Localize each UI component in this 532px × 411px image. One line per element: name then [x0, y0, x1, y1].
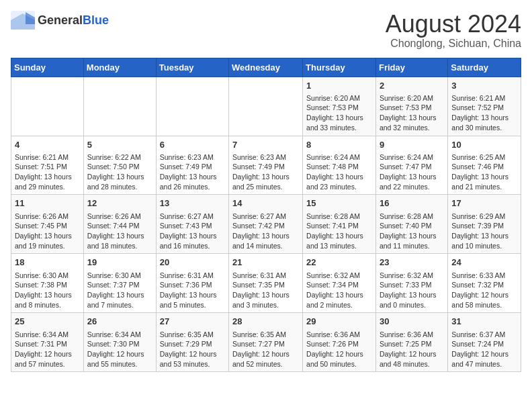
calendar-cell: 18Sunrise: 6:30 AMSunset: 7:38 PMDayligh…: [11, 254, 84, 313]
day-number: 10: [451, 139, 517, 151]
calendar-cell: 2Sunrise: 6:20 AMSunset: 7:53 PMDaylight…: [375, 77, 447, 136]
calendar-cell: 11Sunrise: 6:26 AMSunset: 7:45 PMDayligh…: [11, 195, 84, 254]
day-number: 15: [306, 197, 372, 210]
calendar-cell: 4Sunrise: 6:21 AMSunset: 7:51 PMDaylight…: [11, 136, 84, 195]
day-number: 20: [160, 257, 225, 269]
day-info: Sunrise: 6:35 AMSunset: 7:27 PMDaylight:…: [232, 330, 299, 369]
logo-blue: Blue: [83, 13, 109, 27]
day-number: 12: [87, 197, 152, 210]
day-number: 18: [15, 257, 80, 269]
day-number: 23: [380, 257, 444, 269]
day-info: Sunrise: 6:34 AMSunset: 7:31 PMDaylight:…: [15, 330, 80, 369]
calendar-cell: 10Sunrise: 6:25 AMSunset: 7:46 PMDayligh…: [448, 136, 521, 195]
calendar-cell: 22Sunrise: 6:32 AMSunset: 7:34 PMDayligh…: [303, 254, 376, 313]
calendar-cell: [156, 77, 228, 136]
day-info: Sunrise: 6:34 AMSunset: 7:30 PMDaylight:…: [87, 330, 152, 369]
day-info: Sunrise: 6:25 AMSunset: 7:46 PMDaylight:…: [451, 152, 517, 192]
day-info: Sunrise: 6:28 AMSunset: 7:41 PMDaylight:…: [306, 212, 372, 251]
calendar-cell: 8Sunrise: 6:24 AMSunset: 7:48 PMDaylight…: [303, 136, 376, 195]
week-row-2: 4Sunrise: 6:21 AMSunset: 7:51 PMDaylight…: [11, 136, 521, 195]
day-number: 19: [87, 257, 152, 269]
calendar-cell: 7Sunrise: 6:23 AMSunset: 7:49 PMDaylight…: [229, 136, 303, 195]
week-row-3: 11Sunrise: 6:26 AMSunset: 7:45 PMDayligh…: [11, 195, 521, 254]
day-info: Sunrise: 6:21 AMSunset: 7:52 PMDaylight:…: [451, 93, 517, 133]
calendar-cell: 19Sunrise: 6:30 AMSunset: 7:37 PMDayligh…: [83, 254, 156, 313]
calendar-cell: 24Sunrise: 6:33 AMSunset: 7:32 PMDayligh…: [448, 254, 521, 313]
calendar-cell: 30Sunrise: 6:36 AMSunset: 7:25 PMDayligh…: [375, 313, 447, 372]
calendar-cell: 31Sunrise: 6:37 AMSunset: 7:24 PMDayligh…: [448, 313, 521, 372]
day-info: Sunrise: 6:29 AMSunset: 7:39 PMDaylight:…: [451, 212, 517, 251]
day-info: Sunrise: 6:27 AMSunset: 7:43 PMDaylight:…: [160, 212, 225, 251]
calendar-cell: 12Sunrise: 6:26 AMSunset: 7:44 PMDayligh…: [83, 195, 156, 254]
day-info: Sunrise: 6:20 AMSunset: 7:53 PMDaylight:…: [380, 93, 444, 133]
day-number: 13: [160, 197, 225, 210]
day-number: 4: [15, 139, 80, 151]
weekday-header-saturday: Saturday: [448, 58, 521, 77]
week-row-4: 18Sunrise: 6:30 AMSunset: 7:38 PMDayligh…: [11, 254, 521, 313]
day-info: Sunrise: 6:20 AMSunset: 7:53 PMDaylight:…: [306, 93, 372, 133]
day-number: 30: [380, 316, 444, 328]
day-number: 27: [160, 316, 225, 328]
day-info: Sunrise: 6:26 AMSunset: 7:45 PMDaylight:…: [15, 212, 80, 251]
calendar-cell: [229, 77, 303, 136]
calendar-body: 1Sunrise: 6:20 AMSunset: 7:53 PMDaylight…: [11, 77, 521, 372]
calendar-cell: 16Sunrise: 6:28 AMSunset: 7:40 PMDayligh…: [375, 195, 447, 254]
calendar-cell: 26Sunrise: 6:34 AMSunset: 7:30 PMDayligh…: [83, 313, 156, 372]
calendar-cell: 23Sunrise: 6:32 AMSunset: 7:33 PMDayligh…: [375, 254, 447, 313]
day-number: 14: [232, 197, 299, 210]
calendar-cell: 27Sunrise: 6:35 AMSunset: 7:29 PMDayligh…: [156, 313, 228, 372]
day-info: Sunrise: 6:36 AMSunset: 7:26 PMDaylight:…: [306, 330, 372, 369]
calendar-cell: 13Sunrise: 6:27 AMSunset: 7:43 PMDayligh…: [156, 195, 228, 254]
calendar-cell: 21Sunrise: 6:31 AMSunset: 7:35 PMDayligh…: [229, 254, 303, 313]
day-info: Sunrise: 6:23 AMSunset: 7:49 PMDaylight:…: [232, 152, 299, 192]
calendar-cell: 29Sunrise: 6:36 AMSunset: 7:26 PMDayligh…: [303, 313, 376, 372]
weekday-header-tuesday: Tuesday: [156, 58, 228, 77]
day-number: 24: [451, 257, 517, 269]
day-info: Sunrise: 6:28 AMSunset: 7:40 PMDaylight:…: [380, 212, 444, 251]
day-info: Sunrise: 6:30 AMSunset: 7:38 PMDaylight:…: [15, 271, 80, 310]
day-number: 16: [380, 197, 444, 210]
day-info: Sunrise: 6:33 AMSunset: 7:32 PMDaylight:…: [451, 271, 517, 310]
day-number: 17: [451, 197, 517, 210]
day-number: 31: [451, 316, 517, 328]
calendar-cell: 3Sunrise: 6:21 AMSunset: 7:52 PMDaylight…: [448, 77, 521, 136]
day-number: 5: [87, 139, 152, 151]
day-info: Sunrise: 6:27 AMSunset: 7:42 PMDaylight:…: [232, 212, 299, 251]
title-section: August 2024 Chonglong, Sichuan, China: [386, 11, 521, 50]
day-info: Sunrise: 6:31 AMSunset: 7:35 PMDaylight:…: [232, 271, 299, 310]
logo-icon: [11, 11, 35, 30]
weekday-header-friday: Friday: [375, 58, 447, 77]
day-info: Sunrise: 6:24 AMSunset: 7:48 PMDaylight:…: [306, 152, 372, 192]
calendar-table: SundayMondayTuesdayWednesdayThursdayFrid…: [11, 58, 521, 373]
day-number: 1: [306, 80, 372, 92]
weekday-header-wednesday: Wednesday: [229, 58, 303, 77]
calendar-header: SundayMondayTuesdayWednesdayThursdayFrid…: [11, 58, 521, 77]
day-info: Sunrise: 6:23 AMSunset: 7:49 PMDaylight:…: [160, 152, 225, 192]
calendar-cell: 9Sunrise: 6:24 AMSunset: 7:47 PMDaylight…: [375, 136, 447, 195]
day-info: Sunrise: 6:30 AMSunset: 7:37 PMDaylight:…: [87, 271, 152, 310]
day-info: Sunrise: 6:22 AMSunset: 7:50 PMDaylight:…: [87, 152, 152, 192]
day-info: Sunrise: 6:32 AMSunset: 7:34 PMDaylight:…: [306, 271, 372, 310]
logo: GeneralBlue: [11, 11, 109, 30]
calendar-cell: [83, 77, 156, 136]
calendar-cell: 5Sunrise: 6:22 AMSunset: 7:50 PMDaylight…: [83, 136, 156, 195]
calendar-cell: 1Sunrise: 6:20 AMSunset: 7:53 PMDaylight…: [303, 77, 376, 136]
calendar-cell: 6Sunrise: 6:23 AMSunset: 7:49 PMDaylight…: [156, 136, 228, 195]
day-info: Sunrise: 6:21 AMSunset: 7:51 PMDaylight:…: [15, 152, 80, 192]
day-number: 28: [232, 316, 299, 328]
calendar-cell: 28Sunrise: 6:35 AMSunset: 7:27 PMDayligh…: [229, 313, 303, 372]
day-number: 29: [306, 316, 372, 328]
logo-text: GeneralBlue: [38, 14, 109, 26]
calendar-cell: 15Sunrise: 6:28 AMSunset: 7:41 PMDayligh…: [303, 195, 376, 254]
page-subtitle: Chonglong, Sichuan, China: [386, 38, 521, 50]
day-info: Sunrise: 6:26 AMSunset: 7:44 PMDaylight:…: [87, 212, 152, 251]
calendar-cell: 17Sunrise: 6:29 AMSunset: 7:39 PMDayligh…: [448, 195, 521, 254]
week-row-1: 1Sunrise: 6:20 AMSunset: 7:53 PMDaylight…: [11, 77, 521, 136]
weekday-header-thursday: Thursday: [303, 58, 376, 77]
calendar-cell: 25Sunrise: 6:34 AMSunset: 7:31 PMDayligh…: [11, 313, 84, 372]
day-info: Sunrise: 6:37 AMSunset: 7:24 PMDaylight:…: [451, 330, 517, 369]
day-number: 3: [451, 80, 517, 92]
calendar-cell: 20Sunrise: 6:31 AMSunset: 7:36 PMDayligh…: [156, 254, 228, 313]
calendar-cell: 14Sunrise: 6:27 AMSunset: 7:42 PMDayligh…: [229, 195, 303, 254]
day-info: Sunrise: 6:35 AMSunset: 7:29 PMDaylight:…: [160, 330, 225, 369]
